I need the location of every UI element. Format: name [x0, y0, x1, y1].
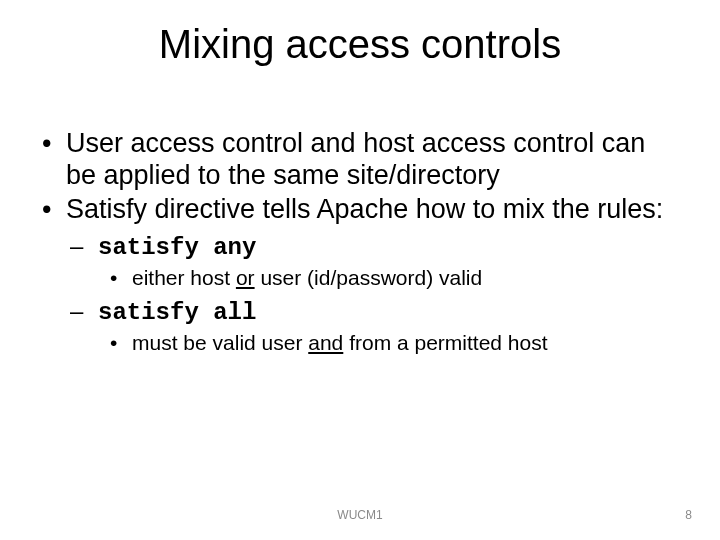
bullet-satisfy-any-desc: either host or user (id/password) valid: [40, 266, 680, 291]
text-post: user (id/password) valid: [255, 266, 483, 289]
text-post: from a permitted host: [343, 331, 547, 354]
text-pre: either host: [132, 266, 236, 289]
footer-center: WUCM1: [0, 508, 720, 522]
bullet-user-host-access: User access control and host access cont…: [40, 128, 680, 192]
slide-title: Mixing access controls: [0, 22, 720, 67]
code-satisfy-all: satisfy all: [98, 299, 256, 326]
slide-body: User access control and host access cont…: [40, 128, 680, 362]
bullet-satisfy-directive: Satisfy directive tells Apache how to mi…: [40, 194, 680, 226]
bullet-satisfy-any: satisfy any: [40, 232, 680, 262]
text-pre: must be valid user: [132, 331, 308, 354]
text-or: or: [236, 266, 255, 289]
slide: Mixing access controls User access contr…: [0, 0, 720, 540]
bullet-satisfy-all: satisfy all: [40, 297, 680, 327]
page-number: 8: [685, 508, 692, 522]
text-and: and: [308, 331, 343, 354]
code-satisfy-any: satisfy any: [98, 234, 256, 261]
bullet-satisfy-all-desc: must be valid user and from a permitted …: [40, 331, 680, 356]
